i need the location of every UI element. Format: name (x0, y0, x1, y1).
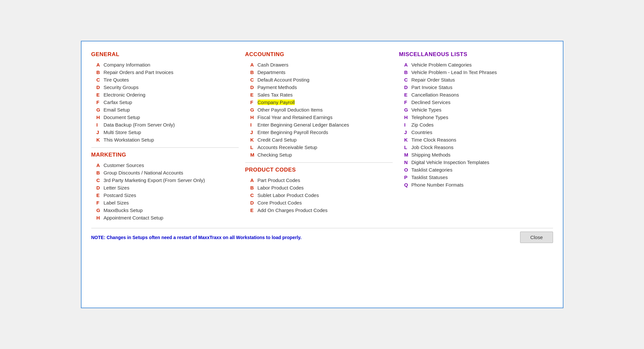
list-item[interactable]: KTime Clock Reasons (399, 136, 547, 144)
item-letter: F (97, 99, 104, 105)
item-text: Label Sizes (104, 200, 129, 205)
item-text: Core Product Codes (258, 200, 302, 205)
list-item[interactable]: CRepair Order Status (399, 76, 547, 83)
item-letter: C (404, 77, 412, 83)
item-letter: I (250, 122, 258, 128)
item-text: Enter Beginning Payroll Records (258, 129, 328, 135)
item-text: Telephone Types (412, 114, 448, 120)
list-item[interactable]: APart Product Codes (245, 176, 393, 184)
list-item[interactable]: NDigital Vehicle Inspection Templates (399, 159, 547, 166)
list-item[interactable]: MShipping Methods (399, 151, 547, 159)
item-text: Vehicle Problem Categories (412, 62, 472, 68)
list-item[interactable]: IEnter Beginning General Ledger Balances (245, 121, 393, 129)
list-item[interactable]: FLabel Sizes (91, 199, 239, 206)
product-codes-items-list: APart Product CodesBLabor Product CodesC… (245, 176, 393, 214)
list-item[interactable]: DLetter Sizes (91, 184, 239, 191)
list-item[interactable]: AVehicle Problem Categories (399, 61, 547, 68)
list-item[interactable]: FCompany Payroll (245, 99, 393, 106)
list-item[interactable]: ACompany Information (91, 61, 239, 68)
item-text: Labor Product Codes (258, 185, 304, 190)
list-item[interactable]: PTasklist Statuses (399, 174, 547, 181)
list-item[interactable]: EElectronic Ordering (91, 91, 239, 99)
item-text: Multi Store Setup (104, 129, 141, 135)
list-item[interactable]: IZip Codes (399, 121, 547, 129)
list-item[interactable]: HTelephone Types (399, 114, 547, 121)
list-item[interactable]: GEmail Setup (91, 106, 239, 114)
list-item[interactable]: MChecking Setup (245, 151, 393, 159)
list-item[interactable]: JEnter Beginning Payroll Records (245, 129, 393, 136)
list-item[interactable]: DPayment Methods (245, 83, 393, 91)
list-item[interactable]: CSublet Labor Product Codes (245, 191, 393, 199)
item-letter: D (404, 84, 412, 90)
list-item[interactable]: FCarfax Setup (91, 99, 239, 106)
list-item[interactable]: ACash Drawers (245, 61, 393, 68)
list-item[interactable]: GMaxxBucks Setup (91, 206, 239, 214)
close-button[interactable]: Close (520, 232, 553, 243)
item-letter: I (404, 122, 412, 128)
list-item[interactable]: CTire Quotes (91, 76, 239, 83)
item-text: Data Backup (From Server Only) (104, 122, 175, 128)
list-item[interactable]: JCountries (399, 129, 547, 136)
item-text: Other Payroll Deduction Items (258, 107, 323, 113)
list-item[interactable]: KCredit Card Setup (245, 136, 393, 144)
list-item[interactable]: ECancellation Reasons (399, 91, 547, 99)
list-item[interactable]: LAccounts Receivable Setup (245, 144, 393, 151)
item-letter: A (404, 62, 412, 68)
list-item[interactable]: QPhone Number Formats (399, 181, 547, 189)
list-item[interactable]: EAdd On Charges Product Codes (245, 206, 393, 214)
item-letter: K (404, 137, 412, 143)
item-text: Payment Methods (258, 84, 297, 90)
item-letter: D (250, 84, 258, 90)
misc-items-list: AVehicle Problem CategoriesBVehicle Prob… (399, 61, 547, 189)
item-text: 3rd Party Marketing Export (From Server … (104, 177, 205, 183)
item-letter: H (97, 114, 104, 120)
list-item[interactable]: OTasklist Categories (399, 166, 547, 174)
list-item[interactable]: KThis Workstation Setup (91, 136, 239, 144)
list-item[interactable]: IData Backup (From Server Only) (91, 121, 239, 129)
list-item[interactable]: BRepair Orders and Part Invoices (91, 68, 239, 76)
list-item[interactable]: HFiscal Year and Retained Earnings (245, 114, 393, 121)
list-item[interactable]: DSecurity Groups (91, 83, 239, 91)
item-letter: G (250, 107, 258, 113)
list-item[interactable]: ESales Tax Rates (245, 91, 393, 99)
item-text: Security Groups (104, 84, 139, 90)
item-text: Carfax Setup (104, 99, 132, 105)
item-text: Vehicle Problem - Lead In Text Phrases (412, 69, 497, 75)
list-item[interactable]: C3rd Party Marketing Export (From Server… (91, 176, 239, 184)
item-letter: P (404, 174, 412, 180)
item-letter: F (250, 99, 258, 105)
list-item[interactable]: BVehicle Problem - Lead In Text Phrases (399, 68, 547, 76)
list-item[interactable]: JMulti Store Setup (91, 129, 239, 136)
list-item[interactable]: DCore Product Codes (245, 199, 393, 206)
item-letter: A (250, 62, 258, 68)
item-text: Email Setup (104, 107, 130, 113)
list-item[interactable]: ACustomer Sources (91, 161, 239, 169)
list-item[interactable]: GOther Payroll Deduction Items (245, 106, 393, 114)
list-item[interactable]: GVehicle Types (399, 106, 547, 114)
item-letter: H (250, 114, 258, 120)
list-item[interactable]: LJob Clock Reasons (399, 144, 547, 151)
item-letter: A (97, 162, 104, 168)
list-item[interactable]: BGroup Discounts / National Accounts (91, 169, 239, 176)
item-text: Tasklist Statuses (412, 174, 448, 180)
item-letter: M (404, 152, 412, 158)
item-letter: E (97, 192, 104, 198)
list-item[interactable]: DPart Invoice Status (399, 83, 547, 91)
list-item[interactable]: BLabor Product Codes (245, 184, 393, 191)
item-text: Enter Beginning General Ledger Balances (258, 122, 349, 128)
item-letter: K (97, 137, 104, 143)
list-item[interactable]: HDocument Setup (91, 114, 239, 121)
settings-dialog: GENERAL ACompany InformationBRepair Orde… (81, 41, 563, 308)
item-letter: E (250, 207, 258, 213)
accounting-header: ACCOUNTING (245, 51, 393, 58)
list-item[interactable]: EPostcard Sizes (91, 191, 239, 199)
list-item[interactable]: BDepartments (245, 68, 393, 76)
item-text: Accounts Receivable Setup (258, 144, 317, 150)
item-text: MaxxBucks Setup (104, 207, 143, 213)
item-letter: G (404, 107, 412, 113)
list-item[interactable]: HAppointment Contact Setup (91, 214, 239, 221)
list-item[interactable]: CDefault Account Posting (245, 76, 393, 83)
list-item[interactable]: FDeclined Services (399, 99, 547, 106)
item-letter: Q (404, 182, 412, 188)
item-letter: N (404, 159, 412, 165)
